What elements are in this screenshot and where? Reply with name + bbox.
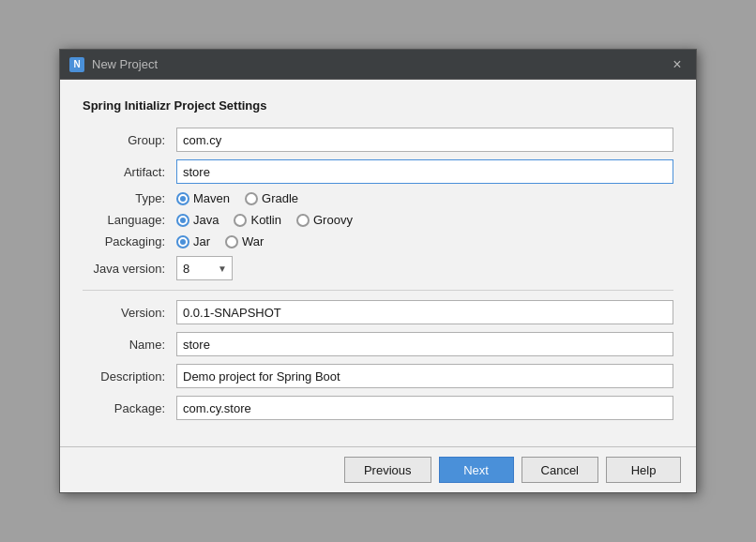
packaging-war-label: War (242, 234, 264, 248)
dialog-footer: Previous Next Cancel Help (60, 446, 696, 492)
description-input[interactable] (176, 364, 673, 388)
language-groovy-label: Groovy (313, 213, 353, 227)
language-kotlin-option[interactable]: Kotlin (234, 213, 281, 227)
type-gradle-radio[interactable] (245, 192, 258, 205)
packaging-jar-radio[interactable] (176, 235, 189, 248)
previous-button[interactable]: Previous (344, 457, 431, 483)
language-label: Language: (83, 213, 176, 227)
name-label: Name: (83, 338, 176, 352)
next-button[interactable]: Next (439, 457, 514, 483)
language-groovy-radio[interactable] (296, 214, 310, 227)
version-label: Version: (83, 306, 176, 320)
package-label: Package: (83, 401, 176, 415)
dialog-icon: N (69, 57, 84, 72)
form-divider (83, 290, 673, 291)
language-kotlin-radio[interactable] (234, 214, 247, 227)
close-button[interactable]: × (668, 55, 687, 74)
group-row: Group: (83, 128, 673, 152)
language-kotlin-label: Kotlin (250, 213, 281, 227)
language-groovy-option[interactable]: Groovy (296, 213, 353, 227)
description-label: Description: (83, 369, 176, 384)
packaging-war-radio[interactable] (225, 235, 238, 248)
language-radio-group: Java Kotlin Groovy (176, 213, 673, 227)
description-row: Description: (83, 364, 673, 388)
language-row: Language: Java Kotlin Groovy (83, 213, 673, 227)
language-java-option[interactable]: Java (176, 213, 219, 227)
dialog-body: Spring Initializr Project Settings Group… (60, 80, 696, 446)
type-row: Type: Maven Gradle (83, 191, 673, 205)
language-java-dot (180, 218, 186, 223)
packaging-row: Packaging: Jar War (83, 234, 673, 248)
title-bar: N New Project × (60, 50, 696, 80)
packaging-jar-option[interactable]: Jar (176, 234, 210, 248)
group-label: Group: (83, 133, 176, 147)
cancel-button[interactable]: Cancel (522, 457, 598, 483)
type-maven-option[interactable]: Maven (176, 191, 230, 205)
language-java-radio[interactable] (176, 214, 189, 227)
package-row: Package: (83, 396, 673, 420)
name-row: Name: (83, 332, 673, 356)
packaging-jar-dot (180, 239, 186, 245)
artifact-input[interactable] (176, 159, 673, 184)
type-maven-label: Maven (193, 191, 230, 205)
packaging-radio-group: Jar War (176, 234, 673, 248)
packaging-war-option[interactable]: War (225, 234, 264, 248)
version-input[interactable] (176, 300, 673, 324)
name-input[interactable] (176, 332, 673, 356)
java-version-select[interactable]: 8 11 17 (176, 256, 233, 280)
section-title: Spring Initializr Project Settings (83, 98, 673, 113)
package-input[interactable] (176, 396, 673, 420)
artifact-row: Artifact: (83, 159, 673, 184)
type-gradle-label: Gradle (262, 191, 298, 205)
java-version-select-wrapper: 8 11 17 ▼ (176, 256, 233, 280)
packaging-label: Packaging: (83, 234, 176, 248)
java-version-label: Java version: (83, 262, 176, 276)
version-row: Version: (83, 300, 673, 324)
type-maven-dot (180, 196, 186, 202)
type-label: Type: (83, 191, 176, 205)
artifact-label: Artifact: (83, 165, 176, 179)
type-gradle-option[interactable]: Gradle (245, 191, 298, 205)
java-version-row: Java version: 8 11 17 ▼ (83, 256, 673, 280)
group-input[interactable] (176, 128, 673, 152)
new-project-dialog: N New Project × Spring Initializr Projec… (59, 49, 697, 493)
dialog-title: New Project (92, 57, 660, 71)
packaging-jar-label: Jar (193, 234, 210, 248)
help-button[interactable]: Help (606, 457, 681, 483)
type-radio-group: Maven Gradle (176, 191, 673, 205)
type-maven-radio[interactable] (176, 192, 189, 205)
language-java-label: Java (193, 213, 219, 227)
